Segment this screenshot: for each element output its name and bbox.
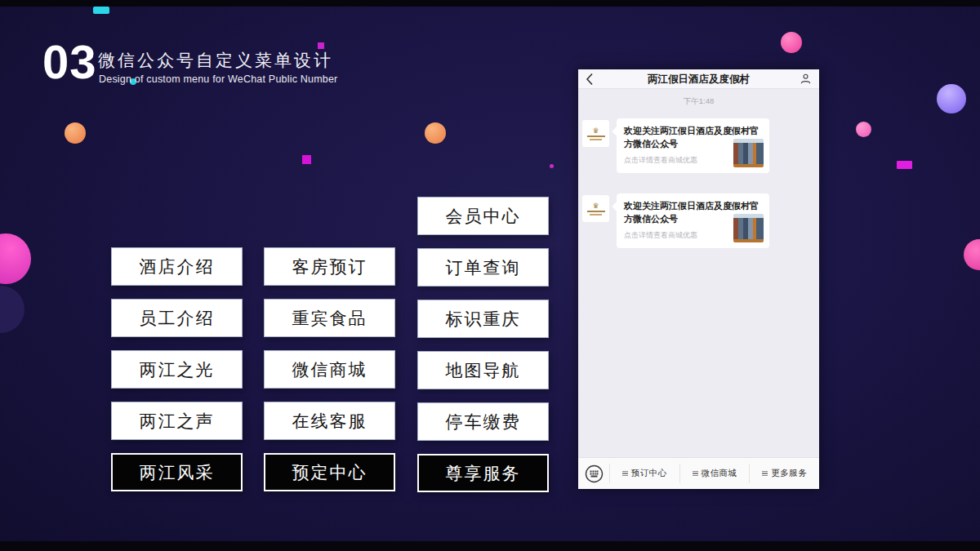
menu-bar-item-mall[interactable]: 微信商城 (679, 464, 750, 483)
menu-box-liangjiang-style[interactable]: 两江风采 (111, 453, 243, 491)
pink-circle-right-decor (964, 239, 980, 270)
menu-box-liangjiang-voice[interactable]: 两江之声 (111, 402, 243, 440)
menu-column-2: 客房预订 重宾食品 微信商城 在线客服 预定中心 (264, 247, 395, 491)
triple-lines-icon (762, 471, 768, 477)
menu-bar-label: 微信商城 (702, 468, 737, 479)
keyboard-icon[interactable] (578, 464, 609, 483)
purple-circle-decor (937, 84, 966, 113)
hotel-crest-icon: ♛ (592, 202, 599, 209)
orange-circle-decor (65, 122, 86, 144)
hotel-crest-icon: ♛ (592, 127, 599, 134)
magenta-square-decor (318, 42, 324, 49)
menu-box-liangjiang-light[interactable]: 两江之光 (111, 350, 243, 389)
menu-column-1: 酒店介绍 员工介绍 两江之光 两江之声 两江风采 (111, 247, 243, 491)
hotel-avatar[interactable]: ♛ (582, 120, 609, 147)
magenta-circle-left-decor (0, 233, 31, 284)
menu-box-staff-intro[interactable]: 员工介绍 (111, 299, 243, 337)
menu-box-premium-service[interactable]: 尊享服务 (417, 454, 549, 492)
pink-circle-decor (781, 32, 802, 53)
hotel-crest-icon (590, 214, 602, 216)
menu-box-order-query[interactable]: 订单查询 (417, 248, 549, 287)
city-thumbnail-image (733, 139, 764, 167)
bottom-frame-bar (0, 541, 980, 551)
menu-box-parking-payment[interactable]: 停车缴费 (417, 402, 549, 441)
chat-header: 两江假日酒店及度假村 (578, 69, 819, 89)
cyan-rect-decor (93, 7, 109, 14)
slide-subtitle: Design of custom menu for WeChat Public … (99, 73, 337, 85)
slide-title: 微信公众号自定义菜单设计 (98, 49, 333, 72)
pink-circle-decor (856, 122, 871, 137)
chat-title: 两江假日酒店及度假村 (578, 69, 819, 89)
menu-bar-label: 预订中心 (631, 468, 667, 479)
menu-box-landmark-chongqing[interactable]: 标识重庆 (417, 300, 549, 338)
menu-box-reservation-center[interactable]: 预定中心 (264, 453, 395, 491)
magenta-rect-decor (897, 161, 912, 169)
magenta-square-decor (302, 155, 311, 164)
chat-message: ♛ 欢迎关注两江假日酒店及度假村官方微信公众号 点击详情查看商城优惠 (582, 118, 769, 173)
menu-bar-item-more[interactable]: 更多服务 (749, 464, 819, 483)
menu-box-vip-food[interactable]: 重宾食品 (264, 299, 395, 337)
menu-bar-label: 更多服务 (771, 468, 807, 479)
slide-number: 03 (42, 34, 97, 89)
menu-column-3: 会员中心 订单查询 标识重庆 地图导航 停车缴费 尊享服务 (417, 197, 549, 492)
menu-box-map-navigation[interactable]: 地图导航 (417, 351, 549, 389)
back-chevron-icon[interactable] (586, 73, 594, 89)
message-card[interactable]: 欢迎关注两江假日酒店及度假村官方微信公众号 点击详情查看商城优惠 (617, 118, 769, 173)
triple-lines-icon (622, 471, 628, 477)
hotel-avatar[interactable]: ♛ (582, 195, 609, 222)
hotel-crest-icon (587, 211, 605, 213)
menu-bar-item-booking[interactable]: 预订中心 (609, 464, 679, 483)
faint-purple-circle-decor (0, 286, 24, 333)
wechat-phone-mockup: 两江假日酒店及度假村 下午1:48 ♛ 欢迎关注两江假日酒店及度假村官方微信公众… (578, 69, 819, 489)
chat-message: ♛ 欢迎关注两江假日酒店及度假村官方微信公众号 点击详情查看商城优惠 (582, 193, 769, 248)
magenta-dot-decor (550, 164, 554, 168)
hotel-crest-icon (590, 139, 602, 140)
menu-box-wechat-mall[interactable]: 微信商城 (264, 350, 395, 389)
hotel-crest-icon (587, 136, 605, 138)
menu-box-member-center[interactable]: 会员中心 (417, 197, 549, 235)
menu-box-room-booking[interactable]: 客房预订 (264, 247, 395, 286)
orange-circle-decor (425, 122, 446, 144)
wechat-menu-bar: 预订中心 微信商城 更多服务 (578, 457, 819, 489)
top-frame-bar (0, 0, 980, 7)
chat-timestamp: 下午1:48 (578, 96, 819, 107)
menu-box-online-service[interactable]: 在线客服 (264, 402, 395, 440)
contact-person-icon[interactable] (800, 73, 812, 88)
message-card[interactable]: 欢迎关注两江假日酒店及度假村官方微信公众号 点击详情查看商城优惠 (617, 193, 769, 248)
menu-box-hotel-intro[interactable]: 酒店介绍 (111, 247, 243, 286)
presentation-slide: 03 微信公众号自定义菜单设计 Design of custom menu fo… (0, 0, 980, 551)
city-thumbnail-image (733, 214, 764, 242)
triple-lines-icon (693, 471, 698, 477)
